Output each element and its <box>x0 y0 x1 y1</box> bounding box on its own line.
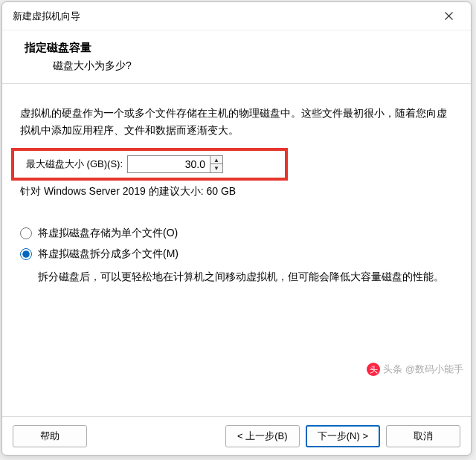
cancel-button[interactable]: 取消 <box>386 425 460 447</box>
close-icon <box>445 12 453 20</box>
description-text: 虚拟机的硬盘作为一个或多个文件存储在主机的物理磁盘中。这些文件最初很小，随着您向… <box>20 105 453 139</box>
back-button[interactable]: < 上一步(B) <box>225 425 300 447</box>
help-button[interactable]: 帮助 <box>13 425 87 447</box>
watermark: 头 头条 @数码小能手 <box>367 363 463 376</box>
radio-single-file[interactable]: 将虚拟磁盘存储为单个文件(O) <box>20 227 453 240</box>
radio-split-label: 将虚拟磁盘拆分成多个文件(M) <box>38 247 178 261</box>
disk-size-row: 最大磁盘大小 (GB)(S): ▲ ▼ <box>20 149 453 179</box>
radio-single-input[interactable] <box>20 227 32 239</box>
spinner-up[interactable]: ▲ <box>210 156 222 164</box>
wizard-content: 虚拟机的硬盘作为一个或多个文件存储在主机的物理磁盘中。这些文件最初很小，随着您向… <box>2 84 471 416</box>
radio-split-input[interactable] <box>20 248 32 260</box>
wizard-footer: 帮助 < 上一步(B) 下一步(N) > 取消 <box>2 416 471 455</box>
disk-size-label: 最大磁盘大小 (GB)(S): <box>26 158 123 171</box>
recommendation-text: 针对 Windows Server 2019 的建议大小: 60 GB <box>20 185 453 198</box>
split-description: 拆分磁盘后，可以更轻松地在计算机之间移动虚拟机，但可能会降低大容量磁盘的性能。 <box>38 268 453 285</box>
radio-split-file[interactable]: 将虚拟磁盘拆分成多个文件(M) <box>20 247 453 261</box>
disk-size-input[interactable] <box>128 156 210 172</box>
radio-single-label: 将虚拟磁盘存储为单个文件(O) <box>38 227 178 240</box>
wizard-dialog: 新建虚拟机向导 指定磁盘容量 磁盘大小为多少? 虚拟机的硬盘作为一个或多个文件存… <box>1 1 472 456</box>
window-title: 新建虚拟机向导 <box>13 10 80 23</box>
spinner-down[interactable]: ▼ <box>210 164 222 172</box>
next-button[interactable]: 下一步(N) > <box>306 425 380 447</box>
spinner-buttons: ▲ ▼ <box>210 156 222 172</box>
watermark-text: 头条 @数码小能手 <box>383 363 463 376</box>
close-button[interactable] <box>435 7 462 26</box>
header-subtitle: 磁盘大小为多少? <box>53 59 448 73</box>
titlebar: 新建虚拟机向导 <box>2 2 471 30</box>
disk-size-spinner: ▲ ▼ <box>127 155 223 173</box>
watermark-logo-icon: 头 <box>367 363 380 376</box>
header-title: 指定磁盘容量 <box>25 41 448 55</box>
wizard-header: 指定磁盘容量 磁盘大小为多少? <box>2 30 471 84</box>
